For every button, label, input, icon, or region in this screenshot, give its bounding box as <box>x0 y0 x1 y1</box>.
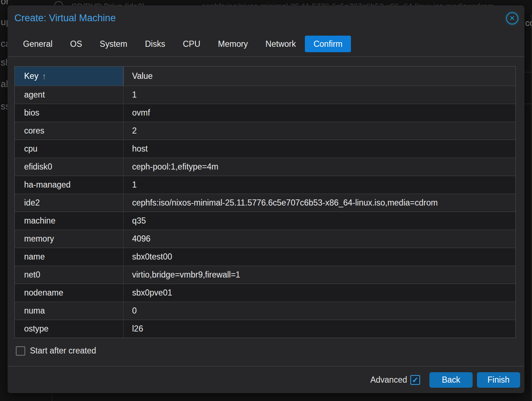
table-row[interactable]: machineq35 <box>15 212 515 230</box>
row-key: cores <box>15 122 123 140</box>
table-row[interactable]: cores2 <box>15 122 515 140</box>
advanced-checkbox[interactable]: ✓ <box>410 375 420 385</box>
table-row[interactable]: nodenamesbx0pve01 <box>15 284 515 302</box>
row-value: 0 <box>123 302 515 320</box>
row-value: 1 <box>123 176 515 194</box>
row-key: efidisk0 <box>15 158 123 176</box>
row-key: memory <box>15 230 123 248</box>
background-divider <box>531 14 532 401</box>
start-after-created-label: Start after created <box>30 346 96 356</box>
row-key: net0 <box>15 266 123 284</box>
row-key: ide2 <box>15 194 123 212</box>
table-row[interactable]: biosovmf <box>15 104 515 122</box>
dialog-footer: Advanced ✓ Back Finish <box>8 366 524 393</box>
background-grid-line <box>524 24 532 24</box>
tab-memory[interactable]: Memory <box>209 36 257 52</box>
row-key: ostype <box>15 320 123 338</box>
tab-network[interactable]: Network <box>257 36 305 52</box>
row-value: sbx0test00 <box>123 248 515 266</box>
start-after-created-option[interactable]: Start after created <box>16 346 516 356</box>
background-text-fragment: or <box>1 0 9 7</box>
confirm-panel: Key ↑ Value agent1biosovmfcores2cpuhoste… <box>8 57 524 366</box>
tab-os[interactable]: OS <box>62 36 91 52</box>
row-key: bios <box>15 104 123 122</box>
advanced-label[interactable]: Advanced <box>370 375 407 385</box>
tab-system[interactable]: System <box>91 36 136 52</box>
create-vm-dialog: Create: Virtual Machine ✕ GeneralOSSyste… <box>8 5 524 393</box>
row-value: cephfs:iso/nixos-minimal-25.11.5776.6c5e… <box>123 194 515 212</box>
table-row[interactable]: ostypel26 <box>15 320 515 338</box>
start-after-created-checkbox[interactable] <box>16 346 25 356</box>
table-row[interactable]: cpuhost <box>15 140 515 158</box>
row-value: 4096 <box>123 230 515 248</box>
table-row[interactable]: net0virtio,bridge=vmbr9,firewall=1 <box>15 266 515 284</box>
finish-button[interactable]: Finish <box>477 372 520 388</box>
table-header-row: Key ↑ Value <box>15 67 515 86</box>
dialog-title: Create: Virtual Machine <box>14 13 116 24</box>
row-value: 1 <box>123 86 515 104</box>
table-row[interactable]: memory4096 <box>15 230 515 248</box>
background-grid-line <box>524 104 532 104</box>
row-key: numa <box>15 302 123 320</box>
row-key: name <box>15 248 123 266</box>
table-row[interactable]: efidisk0ceph-pool:1,efitype=4m <box>15 158 515 176</box>
row-key: agent <box>15 86 123 104</box>
row-key: ha-managed <box>15 176 123 194</box>
tab-confirm[interactable]: Confirm <box>305 36 351 52</box>
back-button[interactable]: Back <box>429 372 473 388</box>
row-key: cpu <box>15 140 123 158</box>
background-grid-line <box>524 72 532 72</box>
tab-general[interactable]: General <box>14 36 61 52</box>
sort-ascending-icon: ↑ <box>42 71 46 81</box>
column-header-key-label: Key <box>24 71 39 81</box>
background-divider <box>52 393 52 401</box>
row-value: ceph-pool:1,efitype=4m <box>123 158 515 176</box>
row-key: nodename <box>15 284 123 302</box>
column-header-key[interactable]: Key ↑ <box>15 67 123 86</box>
table-row[interactable]: ha-managed1 <box>15 176 515 194</box>
row-value: l26 <box>123 320 515 338</box>
row-value: 2 <box>123 122 515 140</box>
tab-disks[interactable]: Disks <box>136 36 174 52</box>
row-value: virtio,bridge=vmbr9,firewall=1 <box>123 266 515 284</box>
table-row[interactable]: numa0 <box>15 302 515 320</box>
close-icon[interactable]: ✕ <box>506 12 518 24</box>
tab-cpu[interactable]: CPU <box>174 36 209 52</box>
row-value: sbx0pve01 <box>123 284 515 302</box>
row-value: ovmf <box>123 104 515 122</box>
column-header-value[interactable]: Value <box>123 67 515 86</box>
row-value: host <box>123 140 515 158</box>
wizard-tabs: GeneralOSSystemDisksCPUMemoryNetworkConf… <box>14 36 351 52</box>
table-row[interactable]: agent1 <box>15 86 515 104</box>
table-row[interactable]: namesbx0test00 <box>15 248 515 266</box>
settings-table: Key ↑ Value agent1biosovmfcores2cpuhoste… <box>14 66 516 338</box>
row-key: machine <box>15 212 123 230</box>
row-value: q35 <box>123 212 515 230</box>
table-row[interactable]: ide2cephfs:iso/nixos-minimal-25.11.5776.… <box>15 194 515 212</box>
column-header-value-label: Value <box>132 71 153 81</box>
